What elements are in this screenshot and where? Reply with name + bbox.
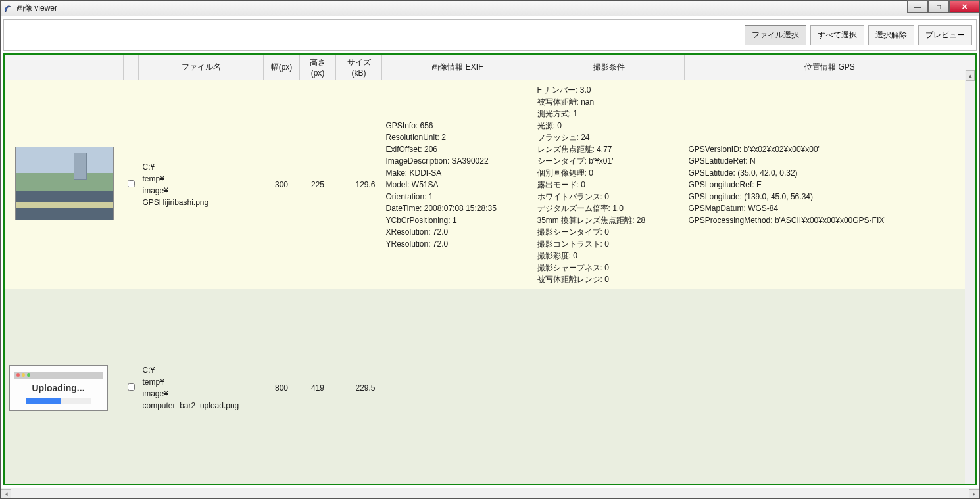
header-size[interactable]: サイズ(kB) (336, 55, 382, 80)
upload-label: Uploading... (32, 381, 84, 395)
maximize-icon: □ (937, 3, 941, 11)
header-check[interactable] (124, 55, 139, 80)
cell-height: 419 (300, 289, 336, 484)
cell-width: 800 (264, 289, 300, 484)
header-filename[interactable]: ファイル名 (139, 55, 264, 80)
cell-height: 225 (300, 80, 336, 290)
header-height[interactable]: 高さ(px) (300, 55, 336, 80)
header-cond[interactable]: 撮影条件 (533, 55, 685, 80)
cell-size: 129.6 (336, 80, 382, 290)
cell-exif: GPSInfo: 656 ResolutionUnit: 2 ExifOffse… (382, 80, 533, 290)
deselect-button[interactable]: 選択解除 (868, 25, 914, 45)
thumbnail-image[interactable]: Uploading... (9, 365, 108, 411)
table-row[interactable]: Uploading... C:¥ temp¥ image¥ computer_b… (5, 289, 975, 484)
scroll-right-icon[interactable]: ▸ (969, 489, 979, 498)
select-all-button[interactable]: すべて選択 (810, 25, 864, 45)
scroll-track[interactable] (11, 489, 969, 498)
cell-check (124, 80, 139, 290)
image-table: ファイル名 幅(px) 高さ(px) サイズ(kB) 画像情報 EXIF 撮影条… (5, 55, 975, 484)
app-icon (3, 4, 12, 13)
titlebar[interactable]: 画像 viewer — □ ✕ (1, 1, 979, 16)
cell-cond (533, 289, 685, 484)
table-row[interactable]: C:¥ temp¥ image¥ GPSHijiribashi.png 300 … (5, 80, 975, 290)
horizontal-scrollbar[interactable]: ◂ ▸ (1, 488, 979, 498)
thumbnail-image[interactable] (15, 147, 114, 220)
header-width[interactable]: 幅(px) (264, 55, 300, 80)
header-gps[interactable]: 位置情報 GPS (685, 55, 975, 80)
table-scroll[interactable]: ファイル名 幅(px) 高さ(px) サイズ(kB) 画像情報 EXIF 撮影条… (5, 55, 975, 484)
header-thumb[interactable] (5, 55, 124, 80)
minimize-icon: — (914, 3, 921, 11)
scroll-left-icon[interactable]: ◂ (1, 489, 11, 498)
window-controls: — □ ✕ (907, 0, 979, 13)
browser-chrome-icon (14, 372, 103, 379)
row-checkbox[interactable] (128, 383, 135, 391)
cell-filename: C:¥ temp¥ image¥ GPSHijiribashi.png (139, 80, 264, 290)
progress-bar-icon (26, 398, 91, 404)
toolbar: ファイル選択 すべて選択 選択解除 プレビュー (3, 19, 977, 51)
app-window: 画像 viewer — □ ✕ ファイル選択 すべて選択 選択解除 プレビュー … (0, 0, 980, 499)
cell-size: 229.5 (336, 289, 382, 484)
preview-button[interactable]: プレビュー (918, 25, 972, 45)
content-area: ファイル名 幅(px) 高さ(px) サイズ(kB) 画像情報 EXIF 撮影条… (3, 53, 977, 485)
close-button[interactable]: ✕ (949, 0, 979, 13)
cell-exif (382, 289, 533, 484)
file-select-button[interactable]: ファイル選択 (745, 25, 806, 45)
vertical-scrollbar[interactable]: ▴ (965, 70, 975, 484)
close-icon: ✕ (962, 3, 968, 11)
cell-gps: GPSVersionID: b'¥x02¥x02¥x00¥x00' GPSLat… (685, 80, 975, 290)
cell-thumb (5, 80, 124, 290)
row-checkbox[interactable] (128, 180, 135, 187)
maximize-button[interactable]: □ (928, 0, 949, 13)
header-row: ファイル名 幅(px) 高さ(px) サイズ(kB) 画像情報 EXIF 撮影条… (5, 55, 975, 80)
scroll-up-icon[interactable]: ▴ (966, 70, 975, 81)
cell-filename: C:¥ temp¥ image¥ computer_bar2_upload.pn… (139, 289, 264, 484)
minimize-button[interactable]: — (907, 0, 928, 13)
window-title: 画像 viewer (16, 3, 57, 14)
cell-width: 300 (264, 80, 300, 290)
cell-gps (685, 289, 975, 484)
cell-check (124, 289, 139, 484)
header-exif[interactable]: 画像情報 EXIF (382, 55, 533, 80)
cell-cond: F ナンバー: 3.0 被写体距離: nan 測光方式: 1 光源: 0 フラッ… (533, 80, 685, 290)
cell-thumb: Uploading... (5, 289, 124, 484)
